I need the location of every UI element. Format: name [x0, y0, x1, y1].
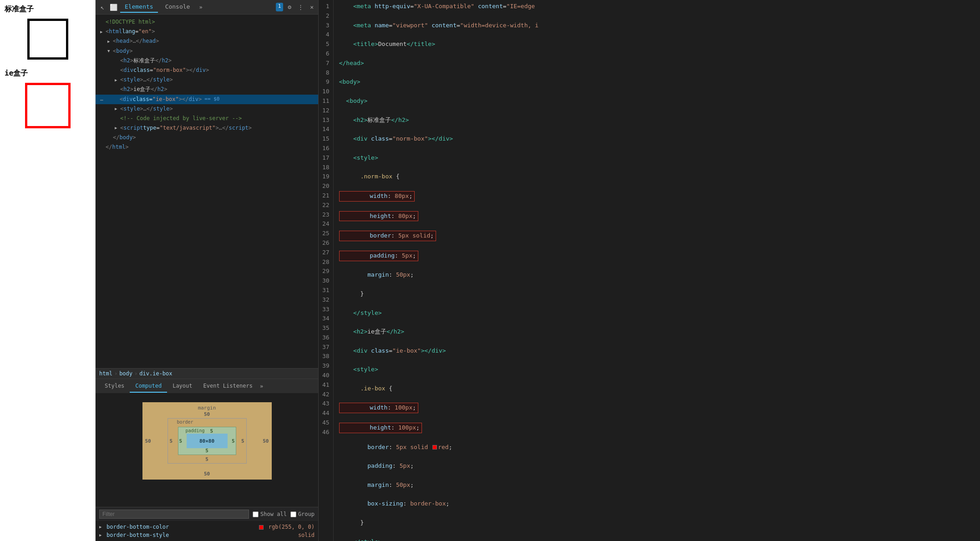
- tree-line-doctype[interactable]: <!DOCTYPE html>: [96, 17, 318, 27]
- show-all-group: Show all: [253, 511, 287, 517]
- code-line-29: </style>: [339, 537, 975, 541]
- tab-more[interactable]: »: [260, 383, 263, 389]
- line-numbers: 12345 678910 1112131415 1617181920 21222…: [319, 0, 334, 541]
- cursor-icon[interactable]: ↖: [98, 3, 107, 11]
- selected-marker: == $0: [204, 95, 219, 103]
- tree-line-head[interactable]: <head> … </head>: [96, 36, 318, 46]
- tab-styles[interactable]: Styles: [99, 380, 130, 393]
- box-icon[interactable]: ⬜: [109, 3, 117, 11]
- margin-value-right: 50: [263, 438, 269, 444]
- border-layer: border 5 5 5 padding 5 5 5 5 80×80: [168, 418, 247, 464]
- code-line-5: <body>: [339, 77, 975, 87]
- code-panel: 12345 678910 1112131415 1617181920 21222…: [319, 0, 980, 541]
- elements-tree[interactable]: <!DOCTYPE html> <html lang="en" > <head>…: [96, 15, 318, 368]
- expand-border-bottom-style[interactable]: [99, 533, 105, 537]
- filter-input[interactable]: [99, 510, 249, 519]
- code-line-14: padding: 5px;: [339, 251, 975, 261]
- tree-line-body-close[interactable]: </body>: [96, 133, 318, 142]
- menu-icon[interactable]: ⋮: [296, 3, 305, 11]
- tree-line-style2[interactable]: <style> … </style>: [96, 104, 318, 114]
- prop-value-border-bottom-color: rgb(255, 0, 0): [269, 524, 315, 530]
- code-line-22: width: 100px;: [339, 403, 975, 413]
- norm-box-preview: [27, 19, 68, 60]
- devtools-topbar-right: 1 ⚙ ⋮ ✕: [276, 3, 315, 11]
- code-line-25: padding: 5px;: [339, 461, 975, 471]
- tree-line-ie-box[interactable]: … <div class="ie-box" ></div> == $0: [96, 95, 318, 104]
- tab-computed[interactable]: Computed: [130, 380, 167, 393]
- computed-item-border-bottom-style[interactable]: border-bottom-style solid: [96, 531, 318, 539]
- code-line-26: margin: 50px;: [339, 480, 975, 490]
- border-value-left: 5: [170, 438, 173, 444]
- settings-icon[interactable]: ⚙: [286, 3, 293, 11]
- tree-line-comment[interactable]: <!-- Code injected by live-server -->: [96, 114, 318, 123]
- margin-value-top: 50: [204, 411, 210, 417]
- code-line-27: box-sizing: border-box;: [339, 499, 975, 509]
- tree-line-script[interactable]: <script type="text/javascript" >… </scri…: [96, 123, 318, 133]
- triangle-script[interactable]: [115, 125, 120, 131]
- code-line-21: .ie-box {: [339, 384, 975, 394]
- breadcrumb-body[interactable]: body: [119, 370, 132, 377]
- tree-line-h2-ie[interactable]: <h2> ie盒子 </h2>: [96, 85, 318, 94]
- code-line-23: height: 100px;: [339, 423, 975, 433]
- padding-value-top: 5: [210, 428, 213, 434]
- tab-console[interactable]: Console: [161, 1, 195, 13]
- preview-panel: 标准盒子 ie盒子: [0, 0, 96, 541]
- prop-value-border-bottom-style: solid: [298, 532, 315, 538]
- code-line-12: height: 80px;: [339, 211, 975, 222]
- computed-item-border-bottom-color[interactable]: border-bottom-color rgb(255, 0, 0): [96, 523, 318, 531]
- content-box: 80×80: [187, 434, 228, 448]
- tab-event-listeners[interactable]: Event Listeners: [198, 380, 258, 393]
- code-line-20: <style>: [339, 365, 975, 374]
- code-line-7: <h2>标准盒子</h2>: [339, 116, 975, 125]
- show-all-checkbox[interactable]: [253, 511, 259, 517]
- code-line-16: }: [339, 289, 975, 299]
- triangle-style2[interactable]: [115, 106, 120, 112]
- tab-layout[interactable]: Layout: [167, 380, 198, 393]
- box-model-area: margin 50 50 50 50 border 5 5 5 padding …: [96, 393, 318, 507]
- tab-elements[interactable]: Elements: [120, 1, 158, 13]
- code-line-2: <meta name="viewport" content="width=dev…: [339, 21, 975, 30]
- code-line-3: <title>Document</title>: [339, 40, 975, 49]
- group-checkbox[interactable]: [290, 511, 296, 517]
- margin-value-bottom: 50: [204, 471, 210, 477]
- code-line-1: <meta http-equiv="X-UA-Compatible" conte…: [339, 2, 975, 11]
- triangle-head[interactable]: [107, 38, 113, 45]
- triangle-html[interactable]: [100, 29, 106, 35]
- show-all-label: Show all: [260, 511, 287, 517]
- border-value-right: 5: [241, 438, 244, 444]
- padding-label: padding: [186, 428, 205, 433]
- code-line-13: border: 5px solid;: [339, 231, 975, 241]
- breadcrumb-html[interactable]: html: [99, 370, 112, 377]
- tree-line-html-close[interactable]: </html>: [96, 142, 318, 152]
- close-icon[interactable]: ✕: [308, 3, 315, 11]
- code-line-24: border: 5px solid red;: [339, 443, 975, 452]
- code-line-17: </style>: [339, 308, 975, 318]
- code-line-15: margin: 50px;: [339, 270, 975, 280]
- tree-line-style1[interactable]: <style> … </style>: [96, 75, 318, 85]
- triangle-style1[interactable]: [115, 77, 120, 83]
- breadcrumb-div-ie-box[interactable]: div.ie-box: [139, 370, 172, 377]
- devtools-topbar: ↖ ⬜ Elements Console » 1 ⚙ ⋮ ✕: [96, 0, 318, 15]
- tree-line-norm-box[interactable]: <div class="norm-box" ></div>: [96, 66, 318, 75]
- tab-more-icon[interactable]: »: [197, 2, 204, 12]
- border-value-bottom: 5: [205, 456, 208, 462]
- margin-layer: margin 50 50 50 50 border 5 5 5 padding …: [142, 402, 272, 480]
- expand-border-bottom-color[interactable]: [99, 525, 105, 529]
- margin-value-left: 50: [145, 438, 151, 444]
- tree-line-html[interactable]: <html lang="en" >: [96, 27, 318, 36]
- triangle-body[interactable]: [107, 48, 113, 54]
- margin-label-top: margin: [198, 405, 216, 411]
- padding-value-right: 5: [232, 438, 235, 444]
- norm-heading: 标准盒子: [5, 5, 91, 14]
- code-line-18: <h2>ie盒子</h2>: [339, 327, 975, 337]
- tree-line-body[interactable]: <body>: [96, 46, 318, 56]
- tree-line-h2-norm[interactable]: <h2> 标准盒子 </h2>: [96, 56, 318, 66]
- border-label: border: [177, 420, 193, 425]
- content-row: 80×80: [187, 434, 228, 448]
- filter-bar: Show all Group: [96, 507, 318, 521]
- code-line-19: <div class="ie-box"></div>: [339, 346, 975, 356]
- padding-value-left: 5: [179, 438, 183, 444]
- prop-name-border-bottom-style: border-bottom-style: [107, 532, 298, 538]
- code-content: <meta http-equiv="X-UA-Compatible" conte…: [334, 0, 980, 541]
- group-group: Group: [290, 511, 315, 517]
